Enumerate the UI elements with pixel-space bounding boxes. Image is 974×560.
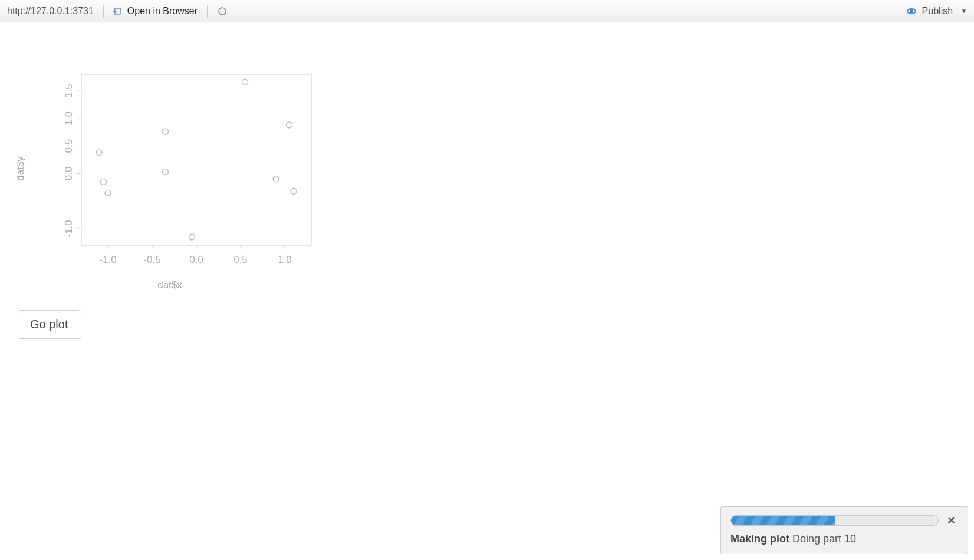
chevron-down-icon: ▼	[961, 8, 967, 14]
popout-icon	[113, 6, 124, 16]
svg-text:0.5: 0.5	[233, 254, 248, 265]
svg-point-26	[163, 129, 169, 134]
progress-title: Making plot	[731, 533, 789, 545]
viewer-toolbar: http://127.0.0.1:3731 Open in Browser	[0, 0, 974, 22]
svg-point-25	[105, 190, 111, 196]
progress-row: ✕	[731, 515, 958, 526]
publish-button[interactable]: Publish ▼	[902, 5, 970, 18]
progress-fill	[731, 516, 835, 525]
app-main: dat$y -1.0-0.50.00.51.0-1.00.00.51.01.5 …	[0, 22, 974, 560]
progress-text: Making plot Doing part 10	[731, 533, 958, 545]
toolbar-separator	[103, 5, 104, 18]
url-display: http://127.0.0.1:3731	[4, 6, 97, 17]
svg-text:1.5: 1.5	[63, 84, 74, 98]
refresh-button[interactable]	[213, 5, 231, 18]
svg-text:0.5: 0.5	[63, 139, 74, 153]
svg-point-31	[287, 122, 292, 128]
svg-point-30	[273, 176, 279, 182]
svg-text:0.0: 0.0	[63, 167, 74, 181]
svg-text:-1.0: -1.0	[63, 220, 74, 237]
chart-canvas: -1.0-0.50.00.51.0-1.00.00.51.01.5	[17, 62, 323, 275]
svg-text:-1.0: -1.0	[99, 254, 116, 265]
scatter-plot: dat$y -1.0-0.50.00.51.0-1.00.00.51.01.5 …	[17, 62, 323, 275]
x-axis-label: dat$x	[157, 279, 182, 291]
svg-text:1.0: 1.0	[278, 254, 292, 265]
svg-point-24	[101, 179, 107, 185]
svg-text:-0.5: -0.5	[143, 254, 160, 265]
svg-point-1	[909, 9, 913, 12]
progress-notification: ✕ Making plot Doing part 10	[720, 506, 968, 554]
svg-text:1.0: 1.0	[63, 111, 74, 126]
open-in-browser-button[interactable]: Open in Browser	[110, 5, 201, 18]
svg-point-32	[291, 188, 297, 194]
progress-detail: Doing part 10	[792, 533, 856, 545]
go-plot-button[interactable]: Go plot	[17, 310, 81, 339]
svg-text:0.0: 0.0	[189, 254, 203, 265]
svg-rect-2	[81, 74, 311, 245]
svg-point-29	[242, 79, 248, 85]
open-in-browser-label: Open in Browser	[127, 6, 198, 17]
progress-bar	[731, 515, 939, 526]
refresh-icon	[217, 6, 228, 17]
svg-point-23	[96, 150, 102, 156]
close-icon[interactable]: ✕	[945, 515, 958, 526]
toolbar-separator	[207, 5, 208, 18]
svg-point-27	[163, 169, 169, 175]
svg-point-28	[189, 234, 195, 240]
publish-icon	[906, 6, 917, 16]
y-axis-label: dat$y	[15, 156, 27, 181]
publish-label: Publish	[922, 6, 953, 17]
